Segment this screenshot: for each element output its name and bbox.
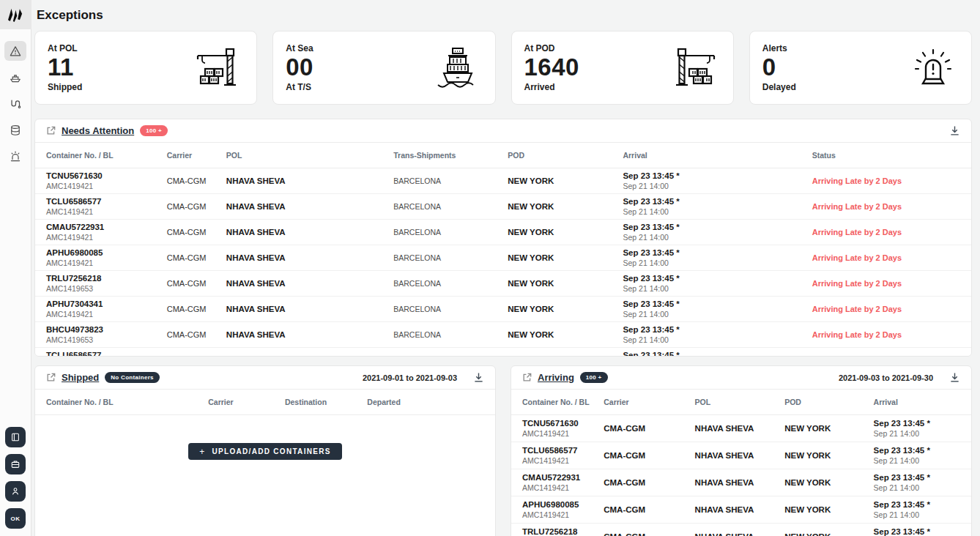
table-row[interactable]: TCLU6586577 AMC1419421 CMA-CGM NHAVA SHE… [511, 442, 971, 469]
arriving-title[interactable]: Arriving [538, 372, 574, 383]
dock-profile-button[interactable] [5, 481, 26, 502]
table-row[interactable]: TRLU7256218 AMC1419653 CMA-CGM NHAVA SHE… [35, 271, 971, 297]
arriving-panel: Arriving 100 + 2021-09-03 to 2021-09-30 … [511, 365, 972, 536]
upload-add-containers-button[interactable]: + UPLOAD/ADD CONTAINERS [188, 443, 341, 460]
cell-trans-shipments: BARCELONA [393, 202, 508, 211]
dock-ok-button[interactable]: OK [5, 508, 26, 529]
cell-carrier: CMA-CGM [604, 424, 694, 433]
table-row[interactable]: TRLU7256218 AMC1419653 CMA-CGM NHAVA SHE… [511, 524, 971, 536]
cell-trans-shipments: BARCELONA [393, 279, 508, 288]
container-no: APHU6980085 [522, 500, 604, 509]
sidebar-item-alerts[interactable] [4, 146, 26, 166]
table-row[interactable]: CMAU5722931 AMC1419421 CMA-CGM NHAVA SHE… [35, 220, 971, 245]
download-icon[interactable] [473, 372, 484, 383]
stat-card-at-pol[interactable]: At POL 11 Shipped [34, 31, 257, 105]
stat-card-text: Alerts 0 Delayed [762, 43, 796, 92]
shipped-date-range: 2021-09-01 to 2021-09-03 [363, 373, 457, 382]
cell-pod: NEW YORK [508, 253, 623, 262]
table-row[interactable]: TCNU5671630 AMC1419421 CMA-CGM NHAVA SHE… [35, 168, 971, 194]
arriving-header: Arriving 100 + 2021-09-03 to 2021-09-30 [511, 366, 971, 390]
cell-pol: NHAVA SHEVA [226, 279, 393, 288]
bl-no: AMC1419421 [522, 510, 604, 519]
bl-no: AMC1419421 [46, 182, 167, 190]
arrival-original: Sep 21 14:00 [623, 182, 812, 190]
cell-container-bl: APHU6980085 AMC1419421 [46, 248, 167, 267]
stat-label: Alerts [762, 43, 796, 53]
table-row[interactable]: APHU6980085 AMC1419421 CMA-CGM NHAVA SHE… [35, 245, 971, 271]
bl-no: AMC1419421 [46, 258, 167, 267]
cell-container-bl: TCNU5671630 AMC1419421 [522, 419, 604, 438]
arrival-original: Sep 21 14:00 [623, 284, 812, 293]
arrival-original: Sep 21 14:00 [874, 483, 960, 492]
table-row[interactable]: BHCU4973823 AMC1419653 CMA-CGM NHAVA SHE… [35, 322, 971, 348]
sidebar-item-exceptions[interactable] [4, 41, 26, 61]
cell-arrival: Sep 23 13:45 * Sep 21 14:00 [623, 351, 812, 357]
col-carrier: Carrier [167, 151, 226, 160]
container-no: TCNU5671630 [46, 171, 167, 180]
sidebar-item-vessels[interactable] [4, 67, 26, 87]
sidebar-item-data[interactable] [4, 120, 26, 140]
stat-card-at-pod[interactable]: At POD 1640 Arrived [511, 31, 734, 105]
external-link-icon[interactable] [46, 126, 56, 135]
external-link-icon[interactable] [522, 373, 532, 382]
cell-arrival: Sep 23 13:45 * Sep 21 14:00 [623, 274, 812, 293]
col-container-bl: Container No. / BL [522, 398, 604, 406]
bl-no: AMC1419421 [46, 310, 167, 319]
arrival-eta: Sep 23 13:45 * [623, 171, 812, 180]
col-pol: POL [695, 398, 785, 406]
table-row[interactable]: TCLU6586577 AMC1419421 CMA-CGM NHAVA SHE… [35, 194, 971, 220]
cell-pol: NHAVA SHEVA [226, 176, 393, 185]
stat-sublabel: At T/S [286, 82, 313, 92]
cell-arrival: Sep 23 13:45 * Sep 21 14:00 [874, 500, 960, 519]
cell-pol: NHAVA SHEVA [226, 228, 393, 237]
stat-label: At POL [48, 43, 82, 53]
download-icon[interactable] [949, 372, 960, 383]
table-row[interactable]: TCNU5671630 AMC1419421 CMA-CGM NHAVA SHE… [511, 415, 971, 442]
main-content: Exceptions At POL 11 Shipped [31, 0, 980, 536]
cell-carrier: CMA-CGM [167, 176, 226, 185]
download-icon[interactable] [949, 125, 960, 136]
cell-container-bl: TRLU7256218 AMC1419653 [522, 527, 604, 536]
stat-label: At Sea [286, 43, 313, 53]
table-row[interactable]: CMAU5722931 AMC1419421 CMA-CGM NHAVA SHE… [511, 469, 971, 496]
arrival-original: Sep 21 14:00 [623, 335, 812, 344]
col-container-bl: Container No. / BL [46, 151, 167, 160]
sidebar-dock: OK [5, 427, 26, 536]
cell-carrier: CMA-CGM [604, 451, 694, 460]
bl-no: AMC1419653 [46, 284, 167, 293]
cell-container-bl: CMAU5722931 AMC1419421 [46, 223, 167, 242]
table-row[interactable]: TCLU6586577 AMC1419421 CMA-CGM NHAVA SHE… [35, 348, 971, 357]
col-pol: POL [226, 151, 393, 160]
cell-carrier: CMA-CGM [167, 228, 226, 237]
stat-card-at-sea[interactable]: At Sea 00 At T/S [272, 31, 495, 105]
dock-notebook-button[interactable] [5, 427, 26, 447]
warning-triangle-icon [9, 45, 22, 58]
stat-sublabel: Delayed [762, 82, 796, 92]
arrival-eta: Sep 23 13:45 * [874, 473, 960, 482]
cargo-ship-icon [435, 45, 480, 91]
cell-arrival: Sep 23 13:45 * Sep 21 14:00 [874, 473, 960, 492]
cell-arrival: Sep 23 13:45 * Sep 21 14:00 [623, 299, 812, 319]
external-link-icon[interactable] [46, 373, 56, 382]
shipped-title[interactable]: Shipped [62, 372, 99, 383]
needs-attention-title[interactable]: Needs Attention [62, 125, 134, 136]
arriving-count-badge: 100 + [580, 372, 608, 383]
stat-card-alerts[interactable]: Alerts 0 Delayed [749, 31, 972, 105]
bl-no: AMC1419421 [46, 207, 167, 216]
cell-carrier: CMA-CGM [167, 253, 226, 262]
cell-trans-shipments: BARCELONA [393, 356, 508, 357]
brand-logo[interactable] [0, 0, 31, 29]
bl-no: AMC1419421 [522, 456, 604, 465]
needs-attention-header: Needs Attention 100 + [35, 119, 971, 143]
cell-container-bl: CMAU5722931 AMC1419421 [522, 473, 604, 492]
table-row[interactable]: APHU6980085 AMC1419421 CMA-CGM NHAVA SHE… [511, 496, 971, 524]
arrival-original: Sep 21 14:00 [623, 207, 812, 216]
plus-icon: + [199, 447, 205, 456]
dock-briefcase-button[interactable] [5, 454, 26, 474]
cell-pod: NEW YORK [784, 505, 873, 514]
sidebar-nav [4, 41, 26, 166]
arriving-date-range: 2021-09-03 to 2021-09-30 [839, 373, 933, 382]
table-row[interactable]: APHU7304341 AMC1419421 CMA-CGM NHAVA SHE… [35, 297, 971, 322]
sidebar-item-routes[interactable] [4, 94, 26, 113]
arrival-original: Sep 21 14:00 [623, 310, 812, 319]
